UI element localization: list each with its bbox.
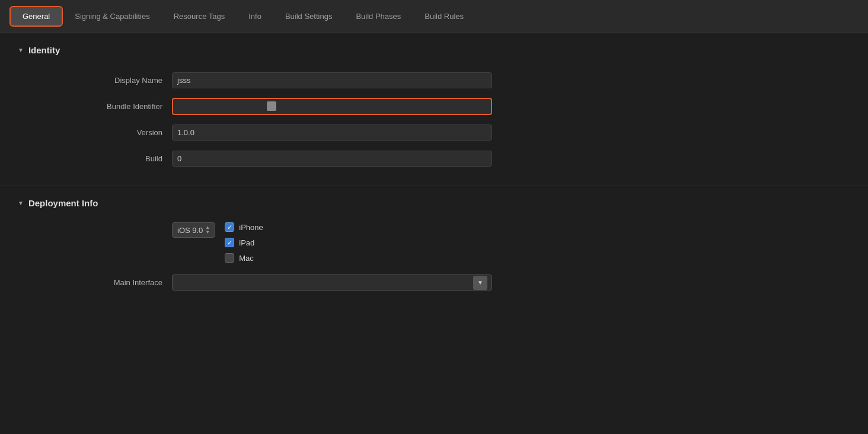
main-interface-select[interactable]: Main — [172, 275, 492, 291]
bundle-id-inner-indicator — [267, 101, 276, 111]
display-name-input[interactable] — [172, 72, 492, 88]
bundle-id-input[interactable] — [172, 98, 492, 115]
deployment-section: ▼ Deployment Info iOS 9.0 ▲ ▼ ✓ iPhone — [0, 186, 868, 302]
iphone-label: iPhone — [239, 223, 263, 232]
deployment-section-title: Deployment Info — [28, 198, 98, 208]
deployment-section-header: ▼ Deployment Info — [18, 198, 850, 208]
ipad-checkbox-row: ✓ iPad — [225, 238, 263, 247]
build-label: Build — [53, 154, 172, 163]
display-name-row: Display Name — [53, 69, 850, 91]
identity-section: ▼ Identity Display Name Bundle Identifie… — [0, 33, 868, 186]
identity-form: Display Name Bundle Identifier Version B… — [18, 69, 850, 174]
bundle-id-row: Bundle Identifier — [53, 95, 850, 117]
iphone-checkmark-icon: ✓ — [227, 224, 232, 231]
version-input[interactable] — [172, 125, 492, 141]
tab-info[interactable]: Info — [237, 7, 273, 25]
ipad-label: iPad — [239, 238, 254, 247]
main-interface-label: Main Interface — [53, 278, 172, 287]
mac-checkbox[interactable] — [225, 253, 234, 263]
tab-general[interactable]: General — [9, 6, 63, 27]
version-label: Version — [53, 128, 172, 137]
identity-collapse-icon[interactable]: ▼ — [18, 47, 24, 53]
ipad-checkmark-icon: ✓ — [227, 239, 232, 247]
main-interface-select-wrapper: Main ▼ — [172, 275, 492, 291]
identity-section-header: ▼ Identity — [18, 45, 850, 55]
bundle-id-wrapper — [172, 98, 492, 115]
deployment-collapse-icon[interactable]: ▼ — [18, 200, 24, 206]
ipad-checkbox[interactable]: ✓ — [225, 238, 234, 247]
main-interface-row: Main Interface Main ▼ — [18, 275, 850, 291]
bundle-id-label: Bundle Identifier — [53, 102, 172, 111]
identity-section-title: Identity — [28, 45, 60, 55]
tab-build-phases[interactable]: Build Phases — [344, 7, 413, 25]
ios-version-selector[interactable]: iOS 9.0 ▲ ▼ — [172, 222, 215, 238]
display-name-label: Display Name — [53, 76, 172, 85]
ios-version-arrows: ▲ ▼ — [205, 225, 210, 235]
version-row: Version — [53, 122, 850, 143]
build-row: Build — [53, 148, 850, 169]
iphone-checkbox-row: ✓ iPhone — [225, 222, 263, 232]
tab-signing[interactable]: Signing & Capabilities — [63, 7, 161, 25]
mac-checkbox-row: Mac — [225, 253, 263, 263]
iphone-checkbox[interactable]: ✓ — [225, 222, 234, 232]
build-input[interactable] — [172, 151, 492, 167]
tab-build-rules[interactable]: Build Rules — [413, 7, 476, 25]
device-checkboxes: ✓ iPhone ✓ iPad Mac — [225, 222, 263, 263]
mac-label: Mac — [239, 254, 254, 263]
ios-version-label: iOS 9.0 — [177, 226, 203, 235]
tab-resource-tags[interactable]: Resource Tags — [162, 7, 237, 25]
ios-devices-row: iOS 9.0 ▲ ▼ ✓ iPhone ✓ iPad — [18, 222, 850, 263]
tab-bar: General Signing & Capabilities Resource … — [0, 0, 868, 33]
tab-build-settings[interactable]: Build Settings — [273, 7, 344, 25]
